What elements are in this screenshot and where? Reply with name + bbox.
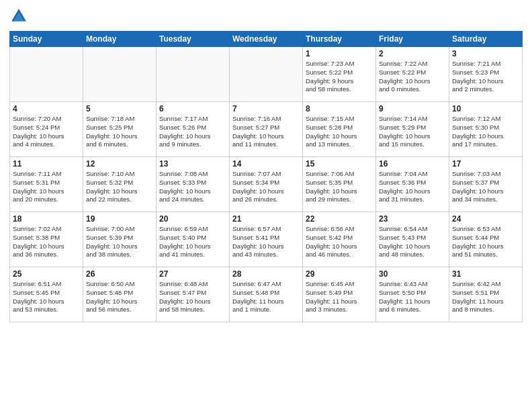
calendar-day: 22Sunrise: 6:56 AM Sunset: 5:42 PM Dayli… <box>303 212 376 267</box>
calendar-day: 31Sunrise: 6:42 AM Sunset: 5:51 PM Dayli… <box>449 267 523 322</box>
day-number: 25 <box>13 269 80 279</box>
calendar-day: 14Sunrise: 7:07 AM Sunset: 5:34 PM Dayli… <box>230 157 303 212</box>
day-number: 1 <box>306 49 373 58</box>
calendar-day: 13Sunrise: 7:08 AM Sunset: 5:33 PM Dayli… <box>157 157 230 212</box>
calendar-day <box>83 47 157 102</box>
calendar-header-thursday: Thursday <box>303 32 376 47</box>
day-number: 7 <box>232 104 300 113</box>
day-info: Sunrise: 7:22 AM Sunset: 5:22 PM Dayligh… <box>379 60 446 94</box>
day-number: 22 <box>306 214 373 224</box>
day-info: Sunrise: 7:17 AM Sunset: 5:26 PM Dayligh… <box>159 115 226 149</box>
calendar-day: 26Sunrise: 6:50 AM Sunset: 5:46 PM Dayli… <box>83 267 157 322</box>
day-info: Sunrise: 7:02 AM Sunset: 5:38 PM Dayligh… <box>13 225 80 259</box>
day-number: 14 <box>232 159 300 169</box>
calendar-header-row: SundayMondayTuesdayWednesdayThursdayFrid… <box>10 32 523 47</box>
day-info: Sunrise: 6:43 AM Sunset: 5:50 PM Dayligh… <box>379 280 446 314</box>
calendar-day: 19Sunrise: 7:00 AM Sunset: 5:39 PM Dayli… <box>83 212 157 267</box>
day-info: Sunrise: 6:51 AM Sunset: 5:45 PM Dayligh… <box>13 280 80 314</box>
calendar-header-friday: Friday <box>376 32 449 47</box>
day-info: Sunrise: 7:00 AM Sunset: 5:39 PM Dayligh… <box>86 225 153 259</box>
calendar-day: 21Sunrise: 6:57 AM Sunset: 5:41 PM Dayli… <box>230 212 303 267</box>
day-number: 20 <box>159 214 226 224</box>
calendar-day: 15Sunrise: 7:06 AM Sunset: 5:35 PM Dayli… <box>303 157 376 212</box>
day-info: Sunrise: 7:03 AM Sunset: 5:37 PM Dayligh… <box>452 170 519 204</box>
day-info: Sunrise: 7:16 AM Sunset: 5:27 PM Dayligh… <box>232 115 300 149</box>
day-number: 31 <box>452 269 519 279</box>
header <box>9 7 523 26</box>
calendar-day: 20Sunrise: 6:59 AM Sunset: 5:40 PM Dayli… <box>157 212 230 267</box>
calendar-day: 12Sunrise: 7:10 AM Sunset: 5:32 PM Dayli… <box>83 157 157 212</box>
calendar-header-tuesday: Tuesday <box>157 32 230 47</box>
day-info: Sunrise: 7:06 AM Sunset: 5:35 PM Dayligh… <box>306 170 373 204</box>
calendar-header-saturday: Saturday <box>449 32 523 47</box>
logo-icon <box>9 7 28 26</box>
day-number: 8 <box>306 104 373 113</box>
day-number: 12 <box>86 159 153 169</box>
logo <box>9 7 31 26</box>
day-number: 15 <box>306 159 373 169</box>
calendar-day: 1Sunrise: 7:23 AM Sunset: 5:22 PM Daylig… <box>303 47 376 102</box>
day-info: Sunrise: 6:47 AM Sunset: 5:48 PM Dayligh… <box>232 280 300 314</box>
day-info: Sunrise: 7:08 AM Sunset: 5:33 PM Dayligh… <box>159 170 226 204</box>
day-number: 23 <box>379 214 446 224</box>
calendar-week-2: 4Sunrise: 7:20 AM Sunset: 5:24 PM Daylig… <box>10 102 523 157</box>
day-info: Sunrise: 6:48 AM Sunset: 5:47 PM Dayligh… <box>159 280 226 314</box>
day-info: Sunrise: 6:56 AM Sunset: 5:42 PM Dayligh… <box>306 225 373 259</box>
calendar-day: 7Sunrise: 7:16 AM Sunset: 5:27 PM Daylig… <box>230 102 303 157</box>
day-info: Sunrise: 7:18 AM Sunset: 5:25 PM Dayligh… <box>86 115 153 149</box>
day-number: 16 <box>379 159 446 169</box>
day-number: 27 <box>159 269 226 279</box>
calendar-day: 9Sunrise: 7:14 AM Sunset: 5:29 PM Daylig… <box>376 102 449 157</box>
calendar: SundayMondayTuesdayWednesdayThursdayFrid… <box>9 31 523 322</box>
calendar-week-4: 18Sunrise: 7:02 AM Sunset: 5:38 PM Dayli… <box>10 212 523 267</box>
day-number: 26 <box>86 269 153 279</box>
day-number: 30 <box>379 269 446 279</box>
day-number: 18 <box>13 214 80 224</box>
day-number: 3 <box>452 49 519 58</box>
calendar-day: 23Sunrise: 6:54 AM Sunset: 5:43 PM Dayli… <box>376 212 449 267</box>
calendar-day: 11Sunrise: 7:11 AM Sunset: 5:31 PM Dayli… <box>10 157 83 212</box>
calendar-day: 18Sunrise: 7:02 AM Sunset: 5:38 PM Dayli… <box>10 212 83 267</box>
calendar-header-wednesday: Wednesday <box>230 32 303 47</box>
calendar-day: 25Sunrise: 6:51 AM Sunset: 5:45 PM Dayli… <box>10 267 83 322</box>
calendar-header-monday: Monday <box>83 32 157 47</box>
calendar-header-sunday: Sunday <box>10 32 83 47</box>
calendar-week-5: 25Sunrise: 6:51 AM Sunset: 5:45 PM Dayli… <box>10 267 523 322</box>
day-number: 13 <box>159 159 226 169</box>
day-info: Sunrise: 7:10 AM Sunset: 5:32 PM Dayligh… <box>86 170 153 204</box>
day-number: 11 <box>13 159 80 169</box>
day-info: Sunrise: 6:50 AM Sunset: 5:46 PM Dayligh… <box>86 280 153 314</box>
calendar-day: 16Sunrise: 7:04 AM Sunset: 5:36 PM Dayli… <box>376 157 449 212</box>
day-number: 24 <box>452 214 519 224</box>
day-number: 10 <box>452 104 519 113</box>
day-info: Sunrise: 7:21 AM Sunset: 5:23 PM Dayligh… <box>452 60 519 94</box>
day-number: 6 <box>159 104 226 113</box>
day-info: Sunrise: 7:07 AM Sunset: 5:34 PM Dayligh… <box>232 170 300 204</box>
day-number: 9 <box>379 104 446 113</box>
day-info: Sunrise: 7:14 AM Sunset: 5:29 PM Dayligh… <box>379 115 446 149</box>
day-info: Sunrise: 7:20 AM Sunset: 5:24 PM Dayligh… <box>13 115 80 149</box>
day-info: Sunrise: 7:04 AM Sunset: 5:36 PM Dayligh… <box>379 170 446 204</box>
day-number: 5 <box>86 104 153 113</box>
calendar-day: 30Sunrise: 6:43 AM Sunset: 5:50 PM Dayli… <box>376 267 449 322</box>
day-number: 28 <box>232 269 300 279</box>
calendar-day <box>230 47 303 102</box>
day-info: Sunrise: 7:12 AM Sunset: 5:30 PM Dayligh… <box>452 115 519 149</box>
day-info: Sunrise: 6:57 AM Sunset: 5:41 PM Dayligh… <box>232 225 300 259</box>
calendar-day: 3Sunrise: 7:21 AM Sunset: 5:23 PM Daylig… <box>449 47 523 102</box>
day-info: Sunrise: 6:53 AM Sunset: 5:44 PM Dayligh… <box>452 225 519 259</box>
day-info: Sunrise: 7:11 AM Sunset: 5:31 PM Dayligh… <box>13 170 80 204</box>
page-container: SundayMondayTuesdayWednesdayThursdayFrid… <box>0 0 532 329</box>
day-info: Sunrise: 7:15 AM Sunset: 5:28 PM Dayligh… <box>306 115 373 149</box>
calendar-day: 8Sunrise: 7:15 AM Sunset: 5:28 PM Daylig… <box>303 102 376 157</box>
calendar-day: 5Sunrise: 7:18 AM Sunset: 5:25 PM Daylig… <box>83 102 157 157</box>
calendar-day <box>157 47 230 102</box>
calendar-day: 24Sunrise: 6:53 AM Sunset: 5:44 PM Dayli… <box>449 212 523 267</box>
day-number: 4 <box>13 104 80 113</box>
calendar-week-3: 11Sunrise: 7:11 AM Sunset: 5:31 PM Dayli… <box>10 157 523 212</box>
calendar-day: 4Sunrise: 7:20 AM Sunset: 5:24 PM Daylig… <box>10 102 83 157</box>
calendar-week-1: 1Sunrise: 7:23 AM Sunset: 5:22 PM Daylig… <box>10 47 523 102</box>
calendar-day: 29Sunrise: 6:45 AM Sunset: 5:49 PM Dayli… <box>303 267 376 322</box>
calendar-day <box>10 47 83 102</box>
calendar-day: 10Sunrise: 7:12 AM Sunset: 5:30 PM Dayli… <box>449 102 523 157</box>
